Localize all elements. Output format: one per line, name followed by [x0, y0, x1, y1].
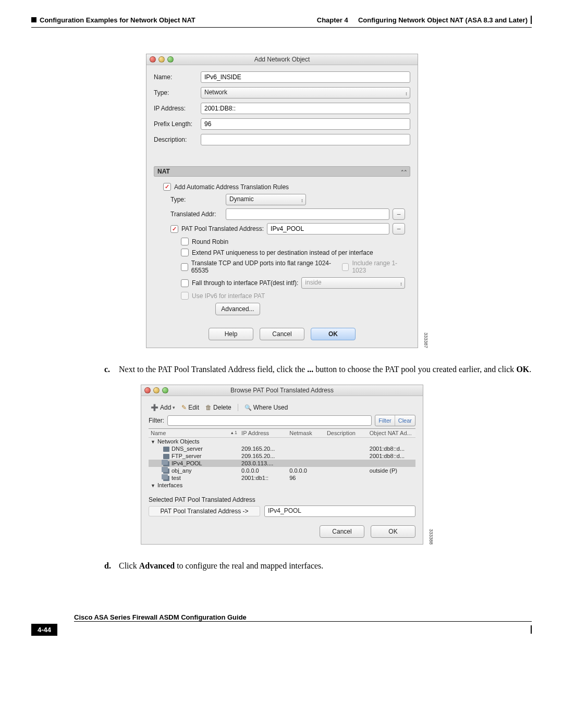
cancel-button[interactable]: Cancel — [320, 525, 364, 538]
category-interfaces[interactable]: Interfaces — [149, 482, 415, 489]
translate-flat-label: Translate TCP and UDP ports into flat ra… — [191, 260, 332, 274]
plus-icon: ➕ — [151, 404, 158, 411]
help-button[interactable]: Help — [209, 328, 253, 340]
nat-section-header[interactable]: NAT — [154, 166, 410, 177]
nat-type-select[interactable]: Dynamic ↕ — [226, 194, 306, 205]
prefix-input[interactable] — [201, 118, 410, 130]
selected-heading: Selected PAT Pool Translated Address — [149, 496, 415, 503]
selected-field-label: PAT Pool Translated Address -> — [149, 506, 260, 516]
filter-label: Filter: — [149, 417, 164, 424]
page-number: 4-44 — [31, 624, 57, 636]
use-ipv6-checkbox[interactable] — [181, 292, 189, 300]
running-header: Configuration Examples for Network Objec… — [31, 16, 532, 24]
nat-type-value: Dynamic — [229, 195, 254, 203]
round-robin-checkbox[interactable] — [181, 238, 189, 245]
col-netmask[interactable]: Netmask — [287, 428, 325, 437]
where-used-button[interactable]: Where Used — [242, 403, 290, 412]
description-input[interactable] — [201, 134, 410, 145]
dialog-title: Add Network Object — [150, 56, 414, 63]
edit-button[interactable]: ✎ Edit — [179, 403, 201, 412]
category-network-objects[interactable]: Network Objects — [149, 437, 415, 445]
include-range-label: Include range 1-1023 — [352, 260, 405, 274]
header-rule — [31, 27, 532, 28]
trash-icon: 🗑 — [205, 404, 212, 411]
zoom-icon[interactable] — [162, 387, 168, 393]
chevron-down-icon: ▾ — [173, 405, 175, 410]
instruction-step-c: c. Next to the PAT Pool Translated Addre… — [104, 364, 532, 375]
fall-through-select[interactable]: inside ↕ — [301, 277, 405, 289]
ip-input[interactable] — [201, 103, 410, 114]
translated-addr-input[interactable] — [226, 208, 389, 220]
name-label: Name: — [154, 73, 201, 81]
prefix-label: Prefix Length: — [154, 120, 201, 128]
dialog-title: Browse PAT Pool Translated Address — [144, 387, 420, 394]
name-input[interactable] — [201, 71, 410, 83]
advanced-button[interactable]: Advanced... — [215, 303, 260, 315]
chevron-updown-icon: ↕ — [400, 279, 402, 289]
nat-type-label: Type: — [170, 196, 223, 203]
add-network-object-dialog: Add Network Object Name: Type: Network ↕… — [146, 54, 418, 348]
clear-button[interactable]: Clear — [395, 415, 415, 426]
col-name[interactable]: Name ▴ 1 — [149, 428, 239, 437]
type-select[interactable]: Network ↕ — [201, 87, 410, 98]
chevron-updown-icon: ↕ — [301, 196, 303, 205]
search-icon — [244, 404, 252, 411]
minimize-icon[interactable] — [158, 56, 165, 63]
footer-bar-icon — [531, 625, 532, 634]
table-row[interactable]: test2001:db1::96 — [149, 474, 415, 482]
table-row[interactable]: FTP_server209.165.20...2001:db8::d... — [149, 452, 415, 460]
page-footer: Cisco ASA Series Firewall ASDM Configura… — [31, 613, 532, 636]
filter-input[interactable] — [167, 415, 372, 426]
chapter-title: Configuring Network Object NAT (ASA 8.3 … — [358, 16, 528, 24]
fall-through-checkbox[interactable] — [181, 279, 189, 287]
cancel-button[interactable]: Cancel — [260, 328, 304, 340]
header-square-icon — [31, 17, 36, 22]
type-label: Type: — [154, 89, 201, 96]
zoom-icon[interactable] — [167, 56, 174, 63]
close-icon[interactable] — [150, 56, 156, 63]
add-button[interactable]: ➕ Add ▾ — [149, 403, 177, 412]
pat-pool-input[interactable] — [267, 223, 389, 235]
filter-clear-buttons: Filter Clear — [375, 415, 415, 426]
collapse-icon — [400, 168, 407, 175]
pat-pool-browse-button[interactable]: – — [393, 223, 405, 235]
add-auto-rules-checkbox[interactable] — [163, 183, 171, 191]
translated-addr-browse-button[interactable]: – — [393, 208, 405, 220]
selected-field-value[interactable]: IPv4_POOL — [264, 505, 415, 517]
window-controls — [144, 387, 168, 393]
triangle-down-icon — [151, 482, 157, 488]
close-icon[interactable] — [144, 387, 151, 393]
triangle-down-icon — [151, 438, 157, 445]
round-robin-label: Round Robin — [192, 238, 228, 245]
object-icon — [163, 447, 169, 452]
translate-flat-checkbox[interactable] — [181, 263, 188, 271]
ok-button[interactable]: OK — [311, 328, 356, 340]
ok-button[interactable]: OK — [371, 525, 415, 538]
page: Configuration Examples for Network Objec… — [0, 0, 563, 657]
table-row[interactable]: DNS_server209.165.20...2001:db8::d... — [149, 445, 415, 452]
window-controls — [150, 56, 174, 63]
pat-pool-label: PAT Pool Translated Address: — [181, 225, 264, 232]
step-d-text: Click Advanced to configure the real and… — [119, 560, 323, 572]
pencil-icon: ✎ — [181, 404, 187, 411]
table-row[interactable]: obj_any0.0.0.00.0.0.0outside (P) — [149, 467, 415, 474]
include-range-checkbox[interactable] — [342, 263, 349, 271]
description-label: Description: — [154, 136, 201, 143]
nat-section-title: NAT — [157, 168, 170, 175]
filter-button[interactable]: Filter — [375, 415, 395, 426]
col-nat[interactable]: Object NAT Ad... — [368, 428, 415, 437]
extend-pat-checkbox[interactable] — [181, 249, 189, 256]
step-c-marker: c. — [104, 364, 119, 375]
ip-label: IP Address: — [154, 105, 201, 112]
pat-pool-checkbox[interactable] — [170, 225, 178, 233]
object-icon — [163, 468, 169, 474]
minimize-icon[interactable] — [153, 387, 160, 393]
col-desc[interactable]: Description — [325, 428, 368, 437]
type-value: Network — [204, 89, 227, 96]
delete-button[interactable]: 🗑 Delete — [203, 403, 234, 412]
table-row[interactable]: IPv4_POOL203.0.113.... — [149, 460, 415, 467]
object-icon — [163, 476, 169, 481]
objects-table: Name ▴ 1 IP Address Netmask Description … — [149, 428, 415, 489]
object-toolbar: ➕ Add ▾ ✎ Edit 🗑 Delete W — [149, 403, 415, 412]
col-ip[interactable]: IP Address — [239, 428, 287, 437]
